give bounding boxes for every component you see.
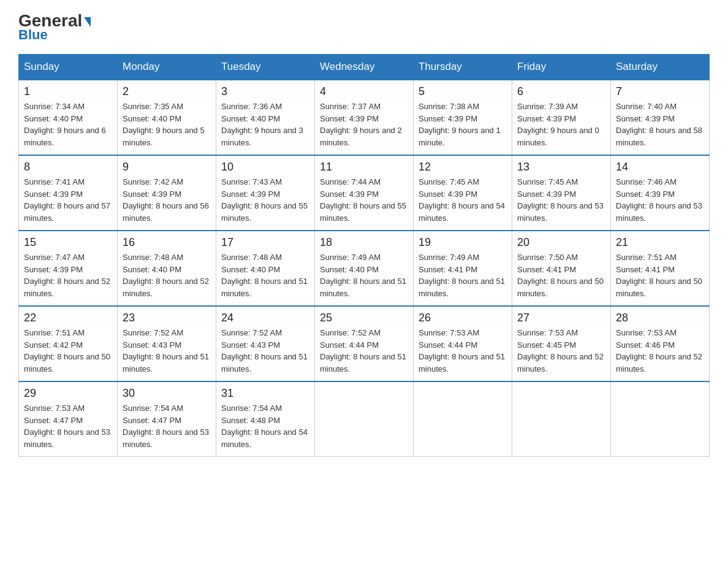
day-info: Sunrise: 7:54 AMSunset: 4:47 PMDaylight:…: [123, 402, 211, 450]
day-info: Sunrise: 7:50 AMSunset: 4:41 PMDaylight:…: [517, 251, 605, 299]
calendar-day-cell: 9Sunrise: 7:42 AMSunset: 4:39 PMDaylight…: [118, 155, 216, 231]
weekday-header-wednesday: Wednesday: [315, 55, 414, 80]
day-info: Sunrise: 7:40 AMSunset: 4:39 PMDaylight:…: [616, 101, 704, 148]
calendar-day-cell: 5Sunrise: 7:38 AMSunset: 4:39 PMDaylight…: [414, 80, 512, 155]
calendar-day-cell: 14Sunrise: 7:46 AMSunset: 4:39 PMDayligh…: [611, 155, 710, 231]
day-info: Sunrise: 7:54 AMSunset: 4:48 PMDaylight:…: [221, 402, 309, 450]
day-number: 18: [320, 236, 408, 249]
calendar-day-cell: 24Sunrise: 7:52 AMSunset: 4:43 PMDayligh…: [216, 306, 315, 381]
calendar-week-row: 1Sunrise: 7:34 AMSunset: 4:40 PMDaylight…: [19, 80, 710, 155]
day-info: Sunrise: 7:47 AMSunset: 4:39 PMDaylight:…: [24, 251, 112, 299]
calendar-day-cell: 8Sunrise: 7:41 AMSunset: 4:39 PMDaylight…: [19, 155, 118, 231]
day-info: Sunrise: 7:53 AMSunset: 4:46 PMDaylight:…: [616, 327, 704, 375]
weekday-header-saturday: Saturday: [611, 55, 710, 80]
day-number: 9: [123, 161, 211, 174]
day-info: Sunrise: 7:52 AMSunset: 4:43 PMDaylight:…: [221, 327, 309, 375]
calendar-day-cell: 4Sunrise: 7:37 AMSunset: 4:39 PMDaylight…: [315, 80, 414, 155]
day-number: 19: [419, 236, 507, 249]
day-info: Sunrise: 7:53 AMSunset: 4:47 PMDaylight:…: [24, 402, 112, 450]
calendar-day-cell: 10Sunrise: 7:43 AMSunset: 4:39 PMDayligh…: [216, 155, 315, 231]
day-number: 24: [221, 312, 309, 324]
calendar-day-cell: [315, 381, 414, 457]
logo-triangle-icon: [84, 17, 91, 27]
day-info: Sunrise: 7:42 AMSunset: 4:39 PMDaylight:…: [123, 176, 211, 224]
day-info: Sunrise: 7:49 AMSunset: 4:40 PMDaylight:…: [320, 251, 408, 299]
day-number: 12: [419, 161, 507, 174]
logo-blue: Blue: [18, 27, 48, 43]
calendar-day-cell: 29Sunrise: 7:53 AMSunset: 4:47 PMDayligh…: [19, 381, 118, 457]
day-number: 1: [24, 85, 112, 98]
calendar-day-cell: 26Sunrise: 7:53 AMSunset: 4:44 PMDayligh…: [414, 306, 512, 381]
calendar-week-row: 8Sunrise: 7:41 AMSunset: 4:39 PMDaylight…: [19, 155, 710, 231]
day-info: Sunrise: 7:43 AMSunset: 4:39 PMDaylight:…: [221, 176, 309, 224]
day-info: Sunrise: 7:52 AMSunset: 4:44 PMDaylight:…: [320, 327, 408, 375]
day-number: 31: [221, 387, 309, 400]
day-number: 29: [24, 387, 112, 400]
calendar-day-cell: 11Sunrise: 7:44 AMSunset: 4:39 PMDayligh…: [315, 155, 414, 231]
day-number: 14: [616, 161, 704, 174]
day-number: 4: [320, 85, 408, 98]
weekday-header-tuesday: Tuesday: [216, 55, 315, 80]
day-number: 15: [24, 236, 112, 249]
day-info: Sunrise: 7:51 AMSunset: 4:42 PMDaylight:…: [24, 327, 112, 375]
day-number: 11: [320, 161, 408, 174]
weekday-header-thursday: Thursday: [414, 55, 512, 80]
day-number: 2: [123, 85, 211, 98]
calendar-day-cell: 23Sunrise: 7:52 AMSunset: 4:43 PMDayligh…: [118, 306, 216, 381]
weekday-header-monday: Monday: [118, 55, 216, 80]
day-number: 17: [221, 236, 309, 249]
day-info: Sunrise: 7:52 AMSunset: 4:43 PMDaylight:…: [123, 327, 211, 375]
day-number: 22: [24, 312, 112, 324]
calendar-week-row: 29Sunrise: 7:53 AMSunset: 4:47 PMDayligh…: [19, 381, 710, 457]
calendar-day-cell: 1Sunrise: 7:34 AMSunset: 4:40 PMDaylight…: [19, 80, 118, 155]
day-info: Sunrise: 7:48 AMSunset: 4:40 PMDaylight:…: [123, 251, 211, 299]
day-number: 8: [24, 161, 112, 174]
day-info: Sunrise: 7:38 AMSunset: 4:39 PMDaylight:…: [419, 101, 507, 148]
calendar-day-cell: 31Sunrise: 7:54 AMSunset: 4:48 PMDayligh…: [216, 381, 315, 457]
calendar-day-cell: 3Sunrise: 7:36 AMSunset: 4:40 PMDaylight…: [216, 80, 315, 155]
calendar-day-cell: 28Sunrise: 7:53 AMSunset: 4:46 PMDayligh…: [611, 306, 710, 381]
day-info: Sunrise: 7:53 AMSunset: 4:44 PMDaylight:…: [419, 327, 507, 375]
calendar-day-cell: 21Sunrise: 7:51 AMSunset: 4:41 PMDayligh…: [611, 231, 710, 306]
calendar-day-cell: 22Sunrise: 7:51 AMSunset: 4:42 PMDayligh…: [19, 306, 118, 381]
day-info: Sunrise: 7:39 AMSunset: 4:39 PMDaylight:…: [517, 101, 605, 148]
day-info: Sunrise: 7:46 AMSunset: 4:39 PMDaylight:…: [616, 176, 704, 224]
calendar-week-row: 22Sunrise: 7:51 AMSunset: 4:42 PMDayligh…: [19, 306, 710, 381]
calendar-day-cell: 13Sunrise: 7:45 AMSunset: 4:39 PMDayligh…: [512, 155, 611, 231]
day-info: Sunrise: 7:41 AMSunset: 4:39 PMDaylight:…: [24, 176, 112, 224]
day-number: 10: [221, 161, 309, 174]
calendar-day-cell: 6Sunrise: 7:39 AMSunset: 4:39 PMDaylight…: [512, 80, 611, 155]
calendar-day-cell: 30Sunrise: 7:54 AMSunset: 4:47 PMDayligh…: [118, 381, 216, 457]
calendar-day-cell: [611, 381, 710, 457]
calendar-day-cell: 12Sunrise: 7:45 AMSunset: 4:39 PMDayligh…: [414, 155, 512, 231]
day-number: 6: [517, 85, 605, 98]
day-number: 27: [517, 312, 605, 324]
calendar-day-cell: [512, 381, 611, 457]
calendar-header: SundayMondayTuesdayWednesdayThursdayFrid…: [19, 55, 710, 80]
weekday-header-friday: Friday: [512, 55, 611, 80]
day-number: 30: [123, 387, 211, 400]
day-info: Sunrise: 7:53 AMSunset: 4:45 PMDaylight:…: [517, 327, 605, 375]
day-number: 21: [616, 236, 704, 249]
calendar-day-cell: 27Sunrise: 7:53 AMSunset: 4:45 PMDayligh…: [512, 306, 611, 381]
day-info: Sunrise: 7:45 AMSunset: 4:39 PMDaylight:…: [419, 176, 507, 224]
calendar-day-cell: 25Sunrise: 7:52 AMSunset: 4:44 PMDayligh…: [315, 306, 414, 381]
day-info: Sunrise: 7:36 AMSunset: 4:40 PMDaylight:…: [221, 101, 309, 148]
calendar-day-cell: 20Sunrise: 7:50 AMSunset: 4:41 PMDayligh…: [512, 231, 611, 306]
day-info: Sunrise: 7:51 AMSunset: 4:41 PMDaylight:…: [616, 251, 704, 299]
day-info: Sunrise: 7:49 AMSunset: 4:41 PMDaylight:…: [419, 251, 507, 299]
day-info: Sunrise: 7:45 AMSunset: 4:39 PMDaylight:…: [517, 176, 605, 224]
day-info: Sunrise: 7:37 AMSunset: 4:39 PMDaylight:…: [320, 101, 408, 148]
day-number: 16: [123, 236, 211, 249]
day-number: 3: [221, 85, 309, 98]
day-info: Sunrise: 7:35 AMSunset: 4:40 PMDaylight:…: [123, 101, 211, 148]
day-number: 25: [320, 312, 408, 324]
calendar-day-cell: 15Sunrise: 7:47 AMSunset: 4:39 PMDayligh…: [19, 231, 118, 306]
day-number: 23: [123, 312, 211, 324]
calendar-day-cell: 2Sunrise: 7:35 AMSunset: 4:40 PMDaylight…: [118, 80, 216, 155]
calendar-day-cell: 17Sunrise: 7:48 AMSunset: 4:40 PMDayligh…: [216, 231, 315, 306]
calendar-day-cell: [414, 381, 512, 457]
day-number: 5: [419, 85, 507, 98]
day-number: 20: [517, 236, 605, 249]
day-info: Sunrise: 7:48 AMSunset: 4:40 PMDaylight:…: [221, 251, 309, 299]
